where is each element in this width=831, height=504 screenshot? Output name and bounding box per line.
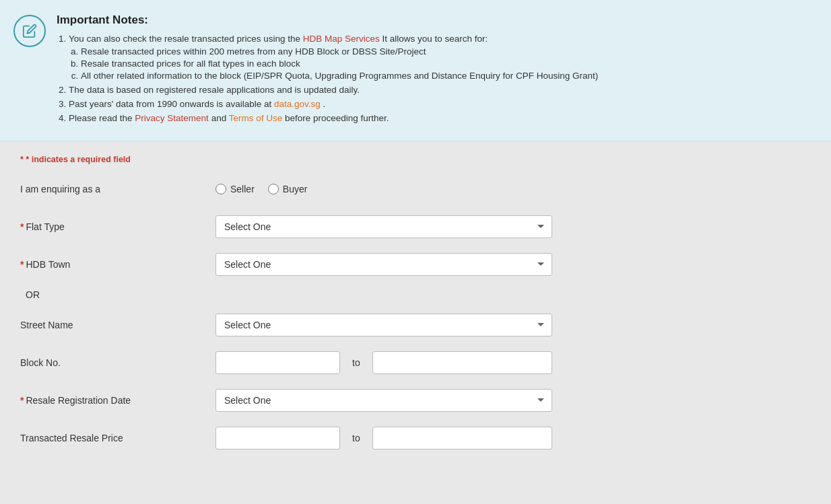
notes-title: Important Notes:: [57, 13, 598, 27]
buyer-radio[interactable]: [268, 184, 279, 194]
seller-radio-label[interactable]: Seller: [215, 184, 255, 194]
street-name-control: Select One: [215, 314, 552, 336]
required-note: * * indicates a required field: [20, 155, 811, 164]
block-to-label: to: [347, 357, 366, 368]
street-name-label: Street Name: [20, 320, 215, 330]
resale-date-control: Select One 2024 2023 2022 2021 2020: [215, 389, 552, 412]
hdb-town-select[interactable]: Select One Ang Mo Kio Bedok Bishan Bukit…: [215, 253, 552, 276]
resale-price-row: Transacted Resale Price to: [20, 425, 811, 451]
seller-radio[interactable]: [215, 184, 226, 194]
note-sub-item-1a: Resale transacted prices within 200 metr…: [81, 46, 598, 57]
resale-date-select[interactable]: Select One 2024 2023 2022 2021 2020: [215, 389, 552, 412]
resale-price-control: to: [215, 427, 552, 449]
note-item-3: Past years' data from 1990 onwards is av…: [69, 99, 598, 109]
important-notes-section: Important Notes: You can also check the …: [0, 0, 831, 141]
note-item-1: You can also check the resale transacted…: [69, 34, 598, 81]
buyer-radio-label[interactable]: Buyer: [268, 184, 308, 194]
note-sub-item-1b: Resale transacted prices for all flat ty…: [81, 59, 598, 69]
note-item-4: Please read the Privacy Statement and Te…: [69, 113, 598, 123]
terms-of-use-link[interactable]: Terms of Use: [229, 113, 283, 123]
street-name-row: Street Name Select One: [20, 312, 811, 338]
enquiring-row: I am enquiring as a Seller Buyer: [20, 176, 811, 202]
block-no-control: to: [215, 351, 552, 374]
block-no-label: Block No.: [20, 357, 215, 368]
notes-content: Important Notes: You can also check the …: [57, 13, 598, 127]
flat-type-label: *Flat Type: [20, 221, 215, 232]
resale-price-from-input[interactable]: [215, 427, 340, 449]
enquiring-radio-group: Seller Buyer: [215, 184, 552, 194]
street-name-select[interactable]: Select One: [215, 314, 552, 336]
flat-type-select[interactable]: Select One 1 Room 2 Room 3 Room 4 Room 5…: [215, 215, 552, 238]
block-no-from-input[interactable]: [215, 351, 340, 374]
hdb-town-control: Select One Ang Mo Kio Bedok Bishan Bukit…: [215, 253, 552, 276]
hdb-map-services-link[interactable]: HDB Map Services: [303, 34, 380, 44]
resale-date-label: *Resale Registration Date: [20, 395, 215, 406]
resale-date-row: *Resale Registration Date Select One 202…: [20, 388, 811, 413]
edit-icon: [13, 15, 46, 47]
resale-price-label: Transacted Resale Price: [20, 433, 215, 443]
form-section: * * indicates a required field I am enqu…: [0, 141, 831, 483]
block-no-to-input[interactable]: [372, 351, 552, 374]
data-gov-link[interactable]: data.gov.sg: [274, 99, 321, 109]
enquiring-label: I am enquiring as a: [20, 184, 215, 194]
or-row: OR: [20, 289, 811, 300]
hdb-town-row: *HDB Town Select One Ang Mo Kio Bedok Bi…: [20, 252, 811, 277]
note-item-2: The data is based on registered resale a…: [69, 85, 598, 95]
flat-type-row: *Flat Type Select One 1 Room 2 Room 3 Ro…: [20, 214, 811, 240]
hdb-town-label: *HDB Town: [20, 259, 215, 270]
buyer-label: Buyer: [283, 184, 308, 194]
seller-label: Seller: [230, 184, 255, 194]
block-no-row: Block No. to: [20, 350, 811, 375]
privacy-statement-link[interactable]: Privacy Statement: [135, 113, 209, 123]
resale-price-to-label: to: [347, 433, 366, 443]
note-sub-item-1c: All other related information to the blo…: [81, 71, 598, 81]
or-label: OR: [20, 289, 215, 300]
flat-type-control: Select One 1 Room 2 Room 3 Room 4 Room 5…: [215, 215, 552, 238]
resale-price-to-input[interactable]: [372, 427, 552, 449]
